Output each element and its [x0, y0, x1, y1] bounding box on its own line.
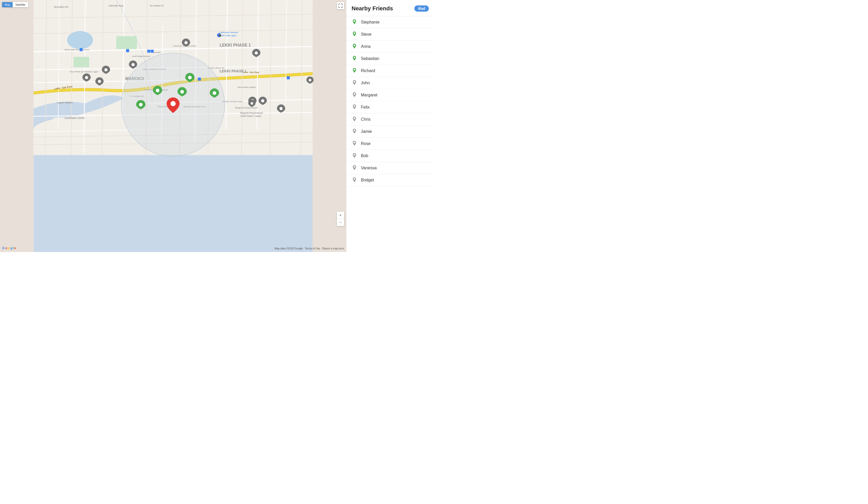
friend-name: Richard — [361, 69, 375, 73]
zoom-controls: + − — [337, 212, 344, 226]
svg-rect-84 — [80, 48, 83, 51]
svg-rect-82 — [147, 50, 150, 53]
report-link[interactable]: Report a map error — [322, 247, 344, 250]
location-pin-icon — [352, 141, 357, 147]
location-pin-icon — [352, 177, 357, 183]
location-pin-icon — [352, 44, 357, 49]
svg-text:Lekki - Epe Expy: Lekki - Epe Expy — [243, 71, 259, 73]
friend-name: Vanessa — [361, 166, 377, 170]
svg-point-67 — [213, 91, 216, 95]
location-pin-icon — [352, 19, 357, 25]
svg-point-66 — [180, 90, 184, 93]
svg-text:Bourdillon Rd: Bourdillon Rd — [54, 6, 68, 8]
friend-name: Felix — [361, 105, 370, 110]
friend-name: John — [361, 81, 370, 85]
svg-text:Ayodeji Odubiyi Street: Ayodeji Odubiyi Street — [222, 100, 243, 103]
svg-rect-85 — [198, 78, 201, 81]
svg-point-90 — [354, 57, 355, 58]
svg-point-96 — [354, 130, 355, 131]
svg-point-69 — [185, 41, 187, 44]
friend-item[interactable]: John — [347, 77, 434, 89]
svg-point-76 — [261, 99, 264, 102]
friend-item[interactable]: Steve — [347, 28, 434, 41]
svg-point-98 — [354, 154, 355, 155]
location-pin-icon — [352, 56, 357, 61]
svg-text:Lekki Phase I Lagos: Lekki Phase I Lagos — [240, 115, 261, 117]
svg-text:LEKKI PHASE I: LEKKI PHASE I — [220, 69, 246, 73]
svg-rect-81 — [126, 49, 129, 52]
svg-point-73 — [98, 80, 101, 83]
friend-name: Bob — [361, 153, 368, 158]
sidebar-header: Nearby Friends 9lad — [347, 0, 434, 16]
svg-point-77 — [251, 102, 253, 105]
svg-text:Admiralty Way: Admiralty Way — [108, 4, 123, 7]
friend-item[interactable]: Sebastian — [347, 53, 434, 65]
sidebar-title: Nearby Friends — [352, 5, 393, 12]
satellite-button[interactable]: Satellite — [13, 2, 28, 7]
svg-point-72 — [85, 76, 88, 79]
svg-text:IMAX Lekki Lagos: IMAX Lekki Lagos — [220, 34, 236, 37]
friend-name: Stephanie — [361, 20, 380, 24]
friend-item[interactable]: Stephanie — [347, 16, 434, 28]
zoom-in-button[interactable]: + — [337, 212, 344, 219]
map-area[interactable]: MAROKO LEKKI PHASE 1 LEKKI PHASE I Bourd… — [0, 0, 346, 252]
location-pin-icon — [352, 129, 357, 134]
svg-text:LEKKI PHASE 1: LEKKI PHASE 1 — [220, 43, 251, 47]
svg-text:Landmark Centre: Landmark Centre — [65, 117, 85, 119]
svg-text:Alma beach estates: Alma beach estates — [238, 86, 256, 88]
zoom-out-button[interactable]: − — [337, 219, 344, 226]
svg-rect-1 — [34, 155, 313, 252]
friend-item[interactable]: Jamie — [347, 125, 434, 138]
friend-name: Rose — [361, 141, 371, 146]
svg-point-68 — [139, 103, 143, 107]
sidebar: Nearby Friends 9lad Stephanie Steve Anna… — [346, 0, 434, 252]
svg-text:Four Points by Sheraton Lagos: Four Points by Sheraton Lagos — [70, 71, 98, 73]
svg-text:Lagoon Waters: Lagoon Waters — [57, 101, 73, 104]
svg-point-71 — [104, 68, 107, 71]
svg-text:Elegushi Royal Beach: Elegushi Royal Beach — [235, 107, 258, 109]
svg-text:So Soetan St: So Soetan St — [150, 4, 164, 7]
friends-list: Stephanie Steve Anna Sebastian Richard J… — [347, 16, 434, 252]
friend-item[interactable]: Vanessa — [347, 162, 434, 174]
svg-point-74 — [255, 51, 258, 54]
friend-item[interactable]: Anna — [347, 41, 434, 53]
svg-point-78 — [280, 107, 282, 110]
friend-item[interactable]: Bridget — [347, 174, 434, 187]
friend-item[interactable]: Rose — [347, 138, 434, 150]
friend-name: Chris — [361, 117, 371, 122]
location-pin-icon — [352, 68, 357, 74]
svg-point-95 — [354, 117, 355, 119]
friend-item[interactable]: Felix — [347, 101, 434, 113]
svg-point-91 — [354, 69, 355, 70]
expand-button[interactable] — [337, 2, 344, 9]
svg-text:Land Bridge Avenue: Land Bridge Avenue — [132, 55, 150, 57]
location-pin-icon — [352, 104, 357, 110]
map-type-controls[interactable]: Map Satellite — [2, 2, 28, 7]
svg-text:British International School: British International School — [65, 49, 89, 51]
friend-item[interactable]: Richard — [347, 65, 434, 77]
svg-rect-30 — [116, 36, 137, 49]
friend-item[interactable]: Chris — [347, 113, 434, 125]
map-button[interactable]: Map — [2, 2, 13, 7]
friend-item[interactable]: Bob — [347, 150, 434, 162]
svg-point-88 — [354, 32, 355, 34]
svg-point-99 — [354, 166, 355, 168]
svg-point-64 — [188, 76, 192, 79]
svg-point-92 — [354, 81, 355, 82]
svg-point-80 — [170, 101, 176, 106]
svg-point-87 — [354, 20, 355, 22]
svg-text:Elegushi Royal Beach: Elegushi Royal Beach — [240, 112, 263, 114]
location-pin-icon — [352, 80, 357, 86]
svg-point-94 — [354, 105, 355, 107]
svg-point-79 — [309, 79, 311, 81]
svg-text:🎬: 🎬 — [218, 33, 221, 37]
svg-point-97 — [354, 142, 355, 143]
friend-item[interactable]: Margaret — [347, 89, 434, 101]
terms-link[interactable]: Terms of Use — [305, 247, 320, 250]
location-pin-icon — [352, 31, 357, 37]
svg-point-65 — [156, 89, 159, 92]
location-pin-icon — [352, 153, 357, 159]
svg-point-93 — [354, 93, 355, 94]
location-pin-icon — [352, 92, 357, 98]
google-watermark: Google — [2, 246, 16, 250]
